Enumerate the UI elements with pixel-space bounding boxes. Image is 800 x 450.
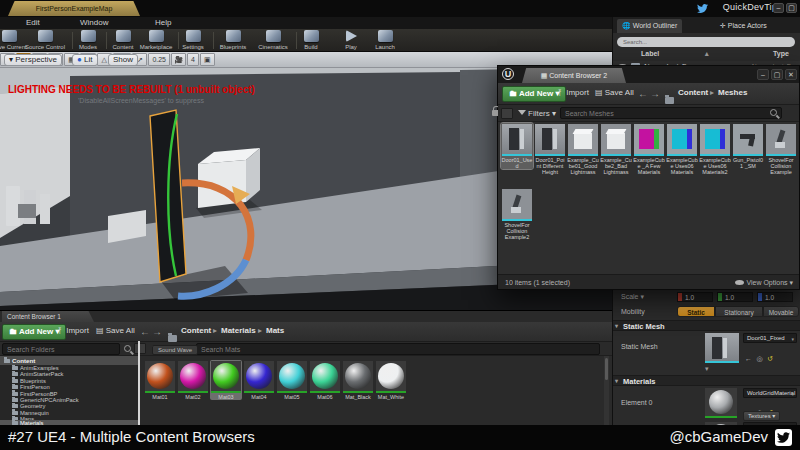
element0-dropdown[interactable]: WorldGridMaterial: [743, 388, 797, 398]
asset-item[interactable]: Door01_Used: [501, 123, 533, 169]
reset-icon[interactable]: [767, 355, 773, 362]
back-button[interactable]: [140, 325, 150, 339]
scrollbar[interactable]: [604, 356, 609, 425]
scale-snap-value[interactable]: 0.25: [148, 53, 170, 66]
material-sphere: [246, 363, 272, 389]
expand-details-icon[interactable]: [705, 365, 709, 373]
minimize-button[interactable]: [757, 69, 769, 80]
static-mesh-section-header[interactable]: Static Mesh: [613, 320, 800, 331]
material-item[interactable]: Mat04: [243, 360, 275, 400]
content-browser-1-tab[interactable]: Content Browser 1: [2, 311, 94, 322]
source-control-button[interactable]: Source Control: [22, 30, 68, 51]
scale-z-field[interactable]: 1.0: [757, 292, 793, 302]
scale-x-field[interactable]: 1.0: [677, 292, 713, 302]
maximize-viewport-icon[interactable]: ▣: [200, 53, 215, 66]
use-selected-icon[interactable]: [745, 355, 752, 362]
unreal-logo-icon: U: [502, 68, 514, 80]
view-options-button[interactable]: View Options ▾: [735, 279, 793, 287]
menu-edit[interactable]: Edit: [26, 17, 40, 29]
breadcrumb-content[interactable]: Content: [678, 88, 708, 97]
material-item[interactable]: Mat01: [144, 360, 176, 400]
mobility-stationary-button[interactable]: Stationary: [715, 306, 763, 317]
material-item[interactable]: Mat02: [177, 360, 209, 400]
material-item-selected[interactable]: Mat03: [210, 360, 242, 400]
maximize-button[interactable]: [771, 69, 783, 80]
scale-y-field[interactable]: 1.0: [717, 292, 753, 302]
materials-section-header[interactable]: Materials: [613, 375, 800, 386]
tree-root-content[interactable]: Content: [0, 356, 138, 365]
material-item[interactable]: Mat_White: [375, 360, 407, 400]
list-view-toggle[interactable]: [134, 343, 146, 354]
asset-item[interactable]: Door01_Point Different Height: [534, 123, 566, 175]
asset-item[interactable]: Gun_Pistol01 _SM: [732, 123, 764, 169]
menu-help[interactable]: Help: [155, 17, 171, 29]
asset-item[interactable]: Example_Cube2_Bad Lightmass: [600, 123, 632, 175]
camera-speed-icon[interactable]: 🎥: [171, 53, 186, 66]
folder-icon: [4, 359, 10, 363]
material-item[interactable]: Mat_Black: [342, 360, 374, 400]
show-button[interactable]: Show: [108, 54, 138, 66]
asset-item[interactable]: ShovelFor Collision Example2: [501, 188, 533, 240]
floating-content-browser: U ▦ Content Browser 2 🖿 Add New ▾ ⭱ Impo…: [497, 65, 800, 290]
material-item[interactable]: Mat05: [276, 360, 308, 400]
outliner-col-label[interactable]: Label: [641, 50, 659, 57]
mobility-static-button[interactable]: Static: [677, 306, 715, 317]
lighting-warning[interactable]: LIGHTING NEEDS TO BE REBUILT (1 unbuilt …: [8, 84, 255, 95]
panel-splitter[interactable]: [138, 341, 140, 425]
import-button[interactable]: ⭱ Import: [556, 88, 589, 97]
asset-item[interactable]: ExampleCube _A Few Materials: [633, 123, 665, 175]
lit-mode-button[interactable]: ● Lit: [72, 54, 98, 66]
search-mats-input[interactable]: [196, 343, 600, 355]
map-tab[interactable]: FirstPersonExampleMap: [8, 1, 140, 16]
material-item[interactable]: Mat06: [309, 360, 341, 400]
menu-window[interactable]: Window: [80, 17, 108, 29]
window-title-bar[interactable]: U ▦ Content Browser 2: [498, 66, 799, 83]
browse-to-asset-icon[interactable]: [756, 355, 762, 362]
marketplace-icon: [149, 30, 164, 42]
scale-label[interactable]: Scale ▾: [621, 293, 644, 301]
content-browser-2-tab[interactable]: ▦ Content Browser 2: [522, 68, 626, 83]
back-button[interactable]: [638, 87, 648, 101]
tab-world-outliner[interactable]: 🌐 World Outliner: [617, 19, 682, 33]
static-mesh-dropdown[interactable]: Door01_Fixed: [743, 333, 797, 343]
breadcrumb-content[interactable]: Content: [181, 326, 211, 335]
forward-button[interactable]: [152, 325, 162, 339]
filters-button[interactable]: Filters ▾: [528, 109, 556, 118]
mobility-movable-button[interactable]: Movable: [763, 306, 799, 317]
launch-button[interactable]: Launch: [362, 30, 408, 51]
maximize-button[interactable]: [786, 3, 797, 13]
asset-item[interactable]: ShovelFor Collision Example: [765, 123, 797, 175]
breadcrumb-materials[interactable]: Materials: [221, 326, 256, 335]
search-folders-input[interactable]: [2, 343, 120, 355]
perspective-button[interactable]: Perspective: [4, 54, 62, 66]
asset-item[interactable]: ExampleCube Uses06 Materials2: [699, 123, 731, 175]
asset-item[interactable]: ExampleCube Uses06 Materials: [666, 123, 698, 175]
outliner-search-input[interactable]: [617, 37, 795, 47]
static-mesh-thumbnail[interactable]: [705, 332, 739, 363]
material-sphere: [147, 363, 173, 389]
import-button[interactable]: ⭱ Import: [56, 326, 89, 335]
browser-toolbar: 🖿 Add New ▾ ⭱ Import ▤ Save All Content …: [498, 83, 799, 105]
save-all-button[interactable]: ▤ Save All: [96, 326, 135, 335]
breadcrumb-mats[interactable]: Mats: [266, 326, 284, 335]
sources-panel-toggle[interactable]: [501, 108, 513, 119]
tab-place-actors[interactable]: ✛ Place Actors: [715, 19, 772, 33]
close-button[interactable]: [785, 69, 797, 80]
sort-icon[interactable]: [705, 50, 709, 58]
outliner-col-type[interactable]: Type: [773, 50, 789, 57]
filter-chip-sound-wave[interactable]: Sound Wave: [152, 345, 198, 355]
save-all-button[interactable]: ▤ Save All: [595, 88, 634, 97]
y-axis-chip: [718, 293, 722, 301]
asset-item[interactable]: Example_Cube01_Good Lightmass: [567, 123, 599, 175]
camera-speed-value[interactable]: 4: [187, 53, 199, 66]
folder-tree: Content AnimExamples AnimStarterPack Blu…: [0, 356, 138, 425]
forward-button[interactable]: [650, 87, 660, 101]
title-bar: FirstPersonExampleMap QuickDevTips: [0, 0, 800, 17]
textures-button[interactable]: Textures ▾: [743, 411, 780, 421]
minimize-button[interactable]: [773, 3, 784, 13]
search-meshes-input[interactable]: [560, 107, 782, 119]
breadcrumb-meshes[interactable]: Meshes: [718, 88, 747, 97]
mobility-label[interactable]: Mobility: [621, 308, 645, 315]
element0-thumbnail[interactable]: [705, 387, 737, 418]
folder-icon: [12, 411, 18, 415]
